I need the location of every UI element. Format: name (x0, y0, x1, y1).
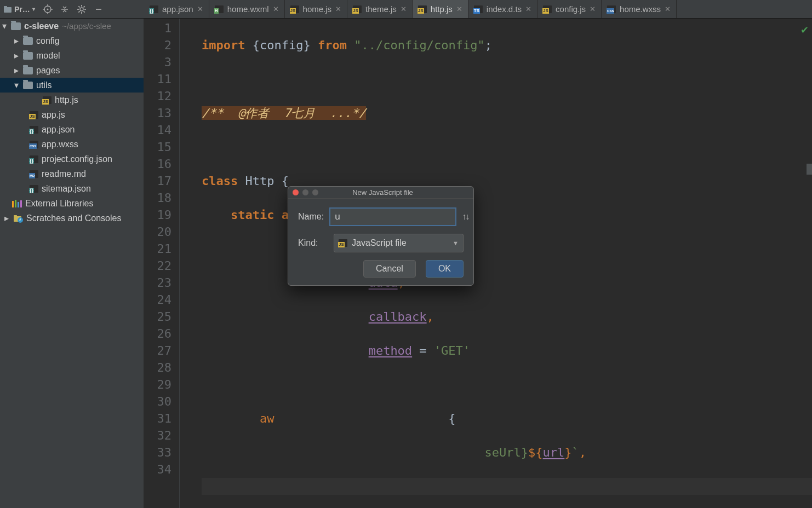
name-label: Name: (298, 212, 324, 222)
kind-select[interactable]: JavaScript file ▼ (334, 234, 464, 252)
js-icon (418, 5, 427, 13)
inspection-ok-icon[interactable]: ✔ (800, 24, 809, 36)
tab-app-json[interactable]: app.json ✕ (144, 0, 209, 18)
editor-tabs: app.json ✕ home.wxml ✕ home.js ✕ theme.j… (144, 0, 812, 18)
tab-home-wxml[interactable]: home.wxml ✕ (209, 0, 285, 18)
json-icon (30, 126, 38, 134)
close-icon[interactable]: ✕ (335, 5, 341, 13)
tree-folder-model[interactable]: ▸model (0, 48, 144, 63)
library-icon (12, 200, 22, 207)
close-icon[interactable]: ✕ (665, 5, 671, 13)
folder-icon (23, 82, 33, 89)
tree-folder-config[interactable]: ▸config (0, 33, 144, 48)
tab-label: config.js (556, 4, 586, 14)
svg-point-3 (47, 8, 48, 10)
js-icon (43, 96, 52, 104)
svg-line-17 (83, 6, 84, 7)
svg-line-14 (78, 6, 79, 7)
kind-value: JavaScript file (352, 238, 407, 248)
project-tree[interactable]: ▾ c-sleeve ~/apps/c-slee ▸config ▸model … (0, 19, 144, 508)
folder-icon (23, 67, 33, 74)
tree-file-project-config[interactable]: project.config.json (0, 152, 144, 166)
js-icon (353, 5, 362, 13)
tab-label: home.wxss (620, 4, 661, 14)
tree-file-sitemap[interactable]: sitemap.json (0, 181, 144, 196)
svg-rect-1 (4, 6, 7, 8)
gear-icon[interactable] (77, 4, 87, 14)
dialog-titlebar[interactable]: New JavaScript file (288, 187, 473, 199)
folder-icon (23, 37, 33, 45)
project-toolbar: Pr… ▾ (0, 0, 144, 18)
tab-label: theme.js (365, 4, 397, 14)
collapse-icon[interactable] (60, 5, 69, 14)
close-icon[interactable]: ✕ (590, 5, 596, 13)
svg-rect-24 (14, 215, 17, 217)
tab-config-js[interactable]: config.js ✕ (537, 0, 602, 18)
gutter: 1231112131415161718192021222324252627282… (144, 19, 180, 508)
tree-file-http-js[interactable]: http.js (0, 93, 144, 107)
folder-icon (23, 52, 33, 60)
name-input[interactable] (329, 207, 456, 226)
json-icon (150, 5, 158, 13)
tree-file-readme[interactable]: readme.md (0, 166, 144, 181)
project-selector[interactable]: Pr… ▾ (3, 5, 35, 14)
json-icon (30, 185, 38, 193)
tab-theme-js[interactable]: theme.js ✕ (347, 0, 413, 18)
js-icon (30, 111, 38, 119)
topbar: Pr… ▾ app.json ✕ home.wxml ✕ home.js (0, 0, 812, 19)
scratches-icon (13, 214, 23, 223)
tree-file-app-wxss[interactable]: app.wxss (0, 137, 144, 152)
dialog-title: New JavaScript file (296, 188, 469, 197)
kind-label: Kind: (298, 238, 328, 248)
tab-label: home.js (303, 4, 332, 14)
editor[interactable]: ✔ 12311121314151617181920212223242526272… (144, 19, 812, 508)
js-icon (339, 239, 347, 247)
scroll-marker (807, 164, 812, 175)
tab-label: index.d.ts (487, 4, 522, 14)
tab-index-d-ts[interactable]: index.d.ts ✕ (468, 0, 537, 18)
new-js-file-dialog: New JavaScript file Name: ↑↓ Kind: JavaS… (288, 186, 474, 286)
tab-home-js[interactable]: home.js ✕ (285, 0, 348, 18)
target-icon[interactable] (43, 4, 53, 14)
tree-external-libraries[interactable]: External Libraries (0, 196, 144, 211)
close-icon[interactable]: ✕ (197, 5, 203, 13)
svg-rect-22 (20, 200, 22, 207)
svg-point-9 (80, 8, 83, 11)
tree-scratches[interactable]: ▸ Scratches and Consoles (0, 211, 144, 226)
sort-toggle-icon[interactable]: ↑↓ (462, 212, 468, 222)
close-icon[interactable]: ✕ (525, 5, 531, 13)
svg-rect-19 (12, 201, 14, 207)
ok-button[interactable]: OK (426, 260, 464, 278)
tree-folder-pages[interactable]: ▸pages (0, 63, 144, 78)
code-area[interactable]: import {config} from "../config/config";… (180, 19, 812, 508)
tree-file-app-json[interactable]: app.json (0, 122, 144, 137)
chevron-down-icon: ▼ (453, 240, 459, 246)
js-icon (290, 5, 299, 13)
close-icon[interactable]: ✕ (273, 5, 279, 13)
folder-icon (11, 22, 21, 30)
svg-rect-21 (18, 202, 19, 207)
tree-root[interactable]: ▾ c-sleeve ~/apps/c-slee (0, 19, 144, 33)
svg-rect-0 (4, 7, 12, 13)
svg-line-16 (78, 11, 79, 12)
js-icon (543, 5, 552, 13)
md-icon (30, 170, 38, 178)
tab-label: app.json (162, 4, 193, 14)
close-icon[interactable]: ✕ (456, 5, 462, 13)
json-icon (30, 155, 38, 163)
css-icon (30, 141, 38, 148)
tab-label: home.wxml (227, 4, 269, 14)
minimize-icon[interactable] (94, 5, 103, 14)
close-icon[interactable]: ✕ (401, 5, 407, 13)
tab-home-wxss[interactable]: home.wxss ✕ (602, 0, 677, 18)
ts-icon (474, 5, 483, 13)
cancel-button[interactable]: Cancel (363, 260, 416, 278)
tree-folder-utils[interactable]: ▾utils (0, 78, 144, 93)
folder-icon (3, 5, 12, 14)
tree-file-app-js[interactable]: app.js (0, 107, 144, 122)
svg-rect-20 (15, 200, 16, 207)
svg-line-15 (83, 11, 84, 12)
tab-http-js[interactable]: http.js ✕ (413, 0, 468, 18)
css-icon (607, 5, 616, 13)
tab-label: http.js (431, 4, 453, 14)
